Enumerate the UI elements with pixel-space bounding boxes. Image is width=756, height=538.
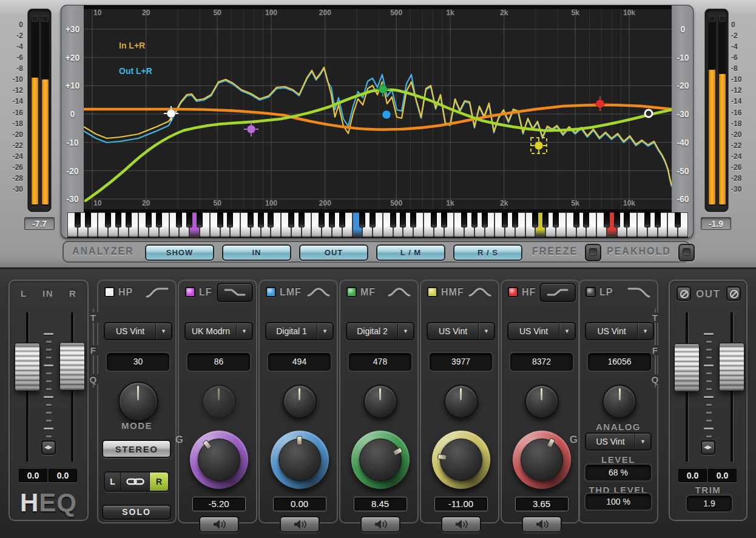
band-led-hf[interactable] xyxy=(508,287,518,297)
gain-value-hmf[interactable]: -11.00 xyxy=(434,497,488,511)
output-clip-led-right[interactable] xyxy=(719,16,726,22)
band-led-lf[interactable] xyxy=(185,287,195,297)
q-knob-hp[interactable] xyxy=(118,382,158,422)
out-gain-left-value[interactable]: 0.0 xyxy=(678,469,707,482)
stereo-mode-button[interactable]: STEREO xyxy=(102,440,171,458)
band-led-hp[interactable] xyxy=(104,287,115,297)
gain-value-mf[interactable]: 8.45 xyxy=(354,497,407,511)
black-key[interactable] xyxy=(461,212,467,227)
gain-knob-lf[interactable] xyxy=(190,431,248,489)
band-marker-lf[interactable] xyxy=(244,122,258,136)
band-led-hmf[interactable] xyxy=(427,287,437,297)
gain-knob-hmf[interactable] xyxy=(432,431,490,489)
black-key[interactable] xyxy=(370,212,376,227)
freq-value-hf[interactable]: 8372 xyxy=(510,353,573,371)
black-key[interactable] xyxy=(614,212,620,227)
black-key[interactable] xyxy=(268,212,274,227)
q-knob-lp[interactable] xyxy=(602,385,636,419)
freq-value-lp[interactable]: 16056 xyxy=(588,353,651,371)
q-knob-hmf[interactable] xyxy=(444,385,478,419)
q-knob-mf[interactable] xyxy=(363,385,397,419)
black-key[interactable] xyxy=(288,212,294,227)
black-key[interactable] xyxy=(319,212,325,227)
band-led-lmf[interactable] xyxy=(266,287,276,297)
black-key[interactable] xyxy=(176,212,182,227)
band-marker-hmf[interactable] xyxy=(531,138,547,153)
band-marker-hf[interactable] xyxy=(593,96,607,111)
output-clip-led-left[interactable] xyxy=(709,16,715,22)
q-knob-hf[interactable] xyxy=(525,385,559,419)
analyzer-show-button[interactable]: SHOW xyxy=(145,244,214,261)
trim-value[interactable]: 1.9 xyxy=(687,496,732,511)
black-key[interactable] xyxy=(624,212,630,227)
black-key[interactable] xyxy=(227,212,233,227)
analog-level-value[interactable]: 68 % xyxy=(586,465,651,480)
out-gain-right-value[interactable]: 0.0 xyxy=(708,469,737,482)
freq-value-lmf[interactable]: 494 xyxy=(268,353,331,371)
out-fader-left[interactable] xyxy=(674,343,700,392)
filter-shape-button-hf[interactable] xyxy=(539,283,576,302)
filter-type-dropdown-hmf[interactable]: US Vint▼ xyxy=(427,322,495,340)
band-marker-lmf[interactable] xyxy=(382,110,391,119)
black-key[interactable] xyxy=(105,212,111,227)
channel-right-button[interactable]: R xyxy=(150,472,168,491)
freq-value-mf[interactable]: 478 xyxy=(349,353,411,371)
black-key[interactable] xyxy=(299,212,305,227)
in-fader-left[interactable] xyxy=(15,343,40,391)
black-key[interactable] xyxy=(85,212,91,227)
filter-type-dropdown-mf[interactable]: Digital 2▼ xyxy=(346,322,414,340)
filter-shape-button-lf[interactable] xyxy=(217,283,253,302)
black-key[interactable] xyxy=(410,212,416,227)
analyzer-lm-button[interactable]: L / M xyxy=(376,244,445,261)
black-key[interactable] xyxy=(471,212,478,227)
mute-button-hmf[interactable] xyxy=(441,516,481,533)
in-gain-right-value[interactable]: 0.0 xyxy=(49,469,77,482)
filter-type-dropdown-lp[interactable]: US Vint▼ xyxy=(585,322,654,340)
black-key[interactable] xyxy=(553,212,559,227)
freq-value-lf[interactable]: 86 xyxy=(187,353,250,371)
band-led-lp[interactable] xyxy=(586,287,596,297)
q-knob-lf[interactable] xyxy=(202,385,236,419)
freeze-checkbox[interactable] xyxy=(585,244,601,261)
out-phase-left-button[interactable] xyxy=(677,286,691,301)
gain-knob-lmf[interactable] xyxy=(271,431,329,489)
black-key[interactable] xyxy=(156,212,162,227)
black-key[interactable] xyxy=(583,212,589,227)
black-key[interactable] xyxy=(441,212,447,227)
black-key[interactable] xyxy=(532,212,538,227)
q-knob-lmf[interactable] xyxy=(283,385,317,419)
black-key[interactable] xyxy=(359,212,365,227)
black-key[interactable] xyxy=(502,212,508,227)
channel-link-button[interactable] xyxy=(121,472,150,491)
gain-knob-mf[interactable] xyxy=(351,431,410,489)
in-fader-link-button[interactable]: ◀▶ xyxy=(41,440,56,455)
black-key[interactable] xyxy=(258,212,264,227)
analog-thd-value[interactable]: 100 % xyxy=(586,494,651,509)
filter-type-dropdown-hp[interactable]: US Vint▼ xyxy=(104,322,172,340)
black-key[interactable] xyxy=(604,212,610,227)
input-clip-led-left[interactable] xyxy=(32,16,38,22)
out-fader-link-button[interactable]: ◀▶ xyxy=(701,440,715,455)
black-key[interactable] xyxy=(248,212,254,227)
band-led-mf[interactable] xyxy=(346,287,357,297)
black-key[interactable] xyxy=(115,212,121,227)
black-key[interactable] xyxy=(675,212,681,227)
black-key[interactable] xyxy=(390,212,396,227)
solo-button[interactable]: SOLO xyxy=(102,505,171,520)
black-key[interactable] xyxy=(146,212,152,227)
filter-type-dropdown-hf[interactable]: US Vint▼ xyxy=(507,322,576,340)
black-key[interactable] xyxy=(542,212,548,227)
peakhold-checkbox[interactable] xyxy=(678,244,695,261)
black-key[interactable] xyxy=(197,212,203,227)
black-key[interactable] xyxy=(400,212,406,227)
analyzer-rs-button[interactable]: R / S xyxy=(453,244,522,261)
black-key[interactable] xyxy=(75,212,81,227)
black-key[interactable] xyxy=(126,212,132,227)
mute-button-mf[interactable] xyxy=(360,516,400,533)
gain-value-lmf[interactable]: 0.00 xyxy=(273,497,326,511)
band-marker-lp[interactable] xyxy=(645,110,652,117)
black-key[interactable] xyxy=(186,212,192,227)
black-key[interactable] xyxy=(573,212,579,227)
gain-knob-hf[interactable] xyxy=(513,431,571,489)
mute-button-lmf[interactable] xyxy=(280,516,320,533)
